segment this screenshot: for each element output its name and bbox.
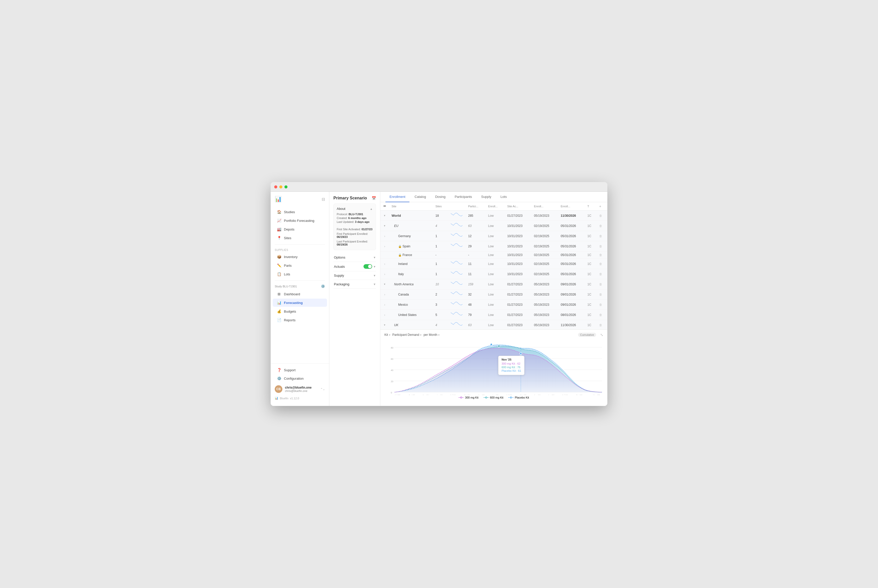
row-expand-cell[interactable]: ▾ (380, 279, 389, 290)
sidebar-item-label: Budgets (284, 309, 296, 314)
col-enroll1[interactable] (448, 202, 465, 211)
col-add[interactable]: + (597, 202, 607, 211)
row-participants: 11 (465, 269, 485, 279)
row-sites: - (433, 251, 448, 259)
tab-catalog[interactable]: Catalog (410, 192, 430, 202)
minimize-button[interactable] (279, 185, 282, 188)
kit-selector[interactable]: Kit ▾ (384, 333, 390, 337)
svg-text:Apr '26: Apr '26 (548, 394, 555, 395)
row-expand-cell[interactable]: › (380, 300, 389, 310)
row-delete[interactable]: 🗑 (597, 259, 607, 269)
sidebar-item-dashboard[interactable]: ⊞ Dashboard (273, 290, 327, 298)
col-partici[interactable]: Partici... (465, 202, 485, 211)
enrollment-table-area[interactable]: Site Sites Partici... Enroll... Site Ac.… (380, 202, 607, 330)
tab-lots[interactable]: Lots (497, 192, 511, 202)
row-date2: 05/19/2023 (531, 310, 558, 320)
supply-header[interactable]: Supply ▾ (333, 274, 376, 278)
last-enrolled-value: 08/19/26 (337, 243, 348, 246)
row-expand-cell[interactable]: › (380, 310, 389, 320)
tab-dosing[interactable]: Dosing (431, 192, 449, 202)
col-enroll4[interactable]: Enroll... (558, 202, 585, 211)
period-chevron-icon: ▾ (438, 333, 440, 336)
sidebar-item-depots[interactable]: 🏭 Depots (273, 225, 327, 233)
row-sites: 1 (433, 269, 448, 279)
row-delete[interactable]: 🗑 (597, 231, 607, 241)
row-sites: 4 (433, 320, 448, 330)
row-chart (448, 231, 465, 241)
sidebar-collapse-icon[interactable]: ⊟ (322, 197, 325, 202)
row-delete[interactable]: 🗑 (597, 300, 607, 310)
col-sites[interactable]: Sites (433, 202, 448, 211)
row-site-name: Canada (389, 290, 433, 300)
actuals-toggle[interactable] (363, 264, 372, 269)
expand-chart-icon[interactable]: ⤡ (600, 333, 603, 337)
row-delete[interactable]: 🗑 (597, 290, 607, 300)
add-column-icon[interactable]: + (599, 204, 601, 208)
sidebar-item-inventory[interactable]: 📦 Inventory (273, 253, 327, 261)
sidebar-item-parts[interactable]: ✏️ Parts (273, 261, 327, 270)
sidebar-item-configuration[interactable]: ⚙️ Configuration (273, 374, 327, 382)
row-delete[interactable]: 🗑 (597, 251, 607, 259)
maximize-button[interactable] (284, 185, 288, 188)
row-date1: 10/31/2023 (504, 241, 531, 251)
supplies-section-label: Supplies (271, 247, 329, 252)
sidebar-logo: 📊 ⊟ (271, 196, 329, 207)
user-text: chris@bluefin.one chris@bluefin.one (285, 386, 318, 392)
col-site-ac[interactable]: Site Ac... (504, 202, 531, 211)
row-expand-cell[interactable]: ▾ (380, 211, 389, 221)
row-extra: 1C (585, 211, 597, 221)
packaging-header[interactable]: Packaging ▾ (333, 282, 376, 286)
calendar-icon[interactable]: 📅 (372, 196, 376, 200)
row-date1: 01/27/2023 (504, 211, 531, 221)
row-delete[interactable]: 🗑 (597, 221, 607, 231)
budgets-icon: 💰 (277, 309, 281, 314)
sidebar-item-studies[interactable]: 🏠 Studies (273, 208, 327, 216)
row-participants: 63 (465, 320, 485, 330)
row-chart (448, 251, 465, 259)
row-delete[interactable]: 🗑 (597, 211, 607, 221)
table-row: ▾ UK 4 63 Low 01/27/2023 05/19/2023 11/3… (380, 320, 607, 330)
sidebar-item-support[interactable]: ❓ Support (273, 366, 327, 374)
options-header[interactable]: Options ▾ (333, 255, 376, 260)
row-expand-cell[interactable]: ▾ (380, 320, 389, 330)
row-delete[interactable]: 🗑 (597, 279, 607, 290)
period-selector[interactable]: per Month ▾ (423, 333, 440, 337)
row-date1: 01/27/2023 (504, 279, 531, 290)
row-delete[interactable]: 🗑 (597, 269, 607, 279)
tab-participants[interactable]: Participants (450, 192, 476, 202)
col-t[interactable]: T (585, 202, 597, 211)
row-delete[interactable]: 🗑 (597, 241, 607, 251)
tab-enrollment[interactable]: Enrollment (386, 192, 410, 202)
about-chevron-icon: ▲ (370, 207, 373, 210)
sidebar-item-reports[interactable]: 📄 Reports (273, 316, 327, 324)
col-enroll2[interactable]: Enroll... (485, 202, 504, 211)
row-expand-cell[interactable]: › (380, 231, 389, 241)
row-expand-cell[interactable]: ▾ (380, 221, 389, 231)
row-expand-cell[interactable]: › (380, 269, 389, 279)
row-date3: 09/01/2026 (558, 300, 585, 310)
row-delete[interactable]: 🗑 (597, 320, 607, 330)
actuals-header[interactable]: Actuals ▾ (333, 264, 376, 269)
demand-selector[interactable]: Participant Demand ▾ (392, 333, 422, 337)
tab-supply[interactable]: Supply (477, 192, 495, 202)
col-site[interactable]: Site (389, 202, 433, 211)
row-delete[interactable]: 🗑 (597, 310, 607, 320)
study-gear-icon[interactable]: ⚙️ (321, 284, 325, 288)
svg-text:Oct '23: Oct '23 (409, 394, 415, 395)
sidebar-item-budgets[interactable]: 💰 Budgets (273, 307, 327, 315)
sidebar-item-portfolio-forecasting[interactable]: 📈 Portfolio Forecasting (273, 216, 327, 225)
about-header[interactable]: About ▲ (337, 207, 373, 211)
row-expand-cell[interactable]: › (380, 290, 389, 300)
sidebar-item-sites[interactable]: 📍 Sites (273, 234, 327, 242)
sidebar-item-forecasting[interactable]: 📊 Forecasting (273, 298, 327, 307)
row-site-name: Germany (389, 231, 433, 241)
sidebar-item-label: Configuration (284, 376, 303, 381)
row-site-name: 🔒Spain (389, 241, 433, 251)
close-button[interactable] (274, 185, 277, 188)
sidebar-item-lots[interactable]: 📋 Lots (273, 270, 327, 278)
svg-text:20: 20 (391, 380, 393, 383)
row-expand-cell[interactable]: › (380, 241, 389, 251)
row-expand-cell[interactable]: › (380, 259, 389, 269)
col-enroll3[interactable]: Enroll... (531, 202, 558, 211)
user-profile[interactable]: CB chris@bluefin.one chris@bluefin.one ⌃… (271, 383, 329, 396)
